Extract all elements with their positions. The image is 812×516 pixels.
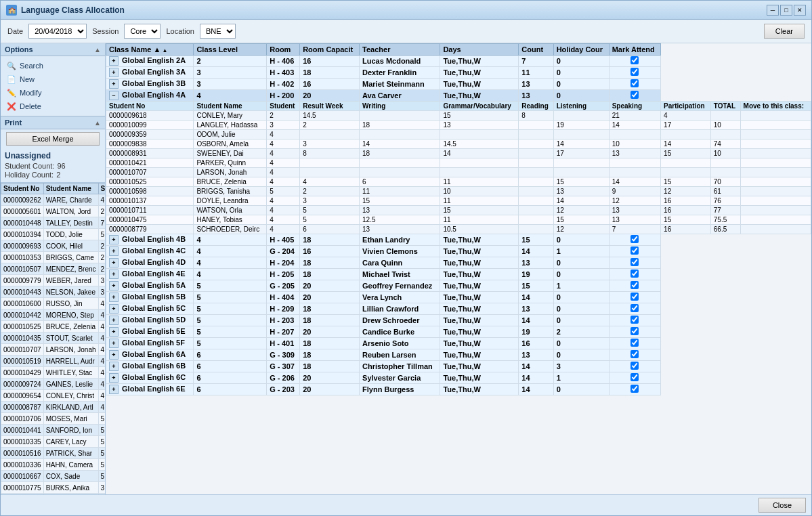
expand-icon[interactable]: + [109, 56, 119, 66]
student-row[interactable]: 0000010516 PATRICK, Shar 5 [1, 448, 106, 459]
student-row[interactable]: 0000010429 WHITLEY, Stac 4 [1, 367, 106, 379]
cell-mark-attend[interactable] [609, 292, 660, 303]
cell-mark-attend[interactable] [609, 384, 660, 395]
cell-mark-attend[interactable] [609, 90, 660, 102]
class-row[interactable]: + Global English 4D 4 H - 204 18 Cara Qu… [106, 257, 811, 269]
cell-mark-attend[interactable] [609, 67, 660, 79]
sub-cell-move[interactable] [740, 196, 811, 206]
class-row[interactable]: + Global English 3B 3 H - 402 16 Mariet … [106, 79, 811, 90]
sub-cell-move[interactable] [740, 168, 811, 177]
cell-mark-attend[interactable] [609, 56, 660, 67]
sub-cell-move[interactable] [740, 215, 811, 225]
class-row[interactable]: + Global English 6B 6 G - 307 18 Christo… [106, 361, 811, 372]
cell-mark-attend[interactable] [609, 79, 660, 90]
student-row[interactable]: 0000010435 STOUT, Scarlet 4 [1, 332, 106, 344]
class-row[interactable]: + Global English 5A 5 G - 205 20 Geoffre… [106, 280, 811, 292]
print-section-header[interactable]: Print ▲ [1, 116, 105, 129]
expand-icon[interactable]: + [109, 281, 119, 291]
cell-mark-attend[interactable] [609, 234, 660, 246]
student-row[interactable]: 0000010667 COX, Sade 5 [1, 471, 106, 482]
expand-icon[interactable]: + [109, 258, 119, 267]
close-button[interactable]: Close [758, 498, 806, 513]
student-row[interactable]: 0000010525 BRUCE, Zelenia 4 [1, 321, 106, 332]
maximize-button[interactable]: □ [780, 5, 792, 16]
student-row[interactable]: 0000010442 MORENO, Step 4 [1, 309, 106, 321]
sub-cell-move[interactable] [740, 158, 811, 168]
class-row[interactable]: + Global English 5E 5 H - 207 20 Candice… [106, 326, 811, 338]
expand-icon[interactable]: + [109, 327, 119, 337]
student-row[interactable]: 0000009724 GAINES, Leslie 4 [1, 379, 106, 390]
student-row[interactable]: 0000010335 CAREY, Lacy 5 [1, 436, 106, 448]
session-select[interactable]: Core [124, 24, 161, 39]
sub-cell-move[interactable] [740, 139, 811, 149]
sub-cell-move[interactable] [740, 121, 811, 130]
class-row[interactable]: + Global English 6A 6 G - 309 18 Reuben … [106, 349, 811, 361]
expand-icon[interactable]: + [109, 316, 119, 325]
search-menu-item[interactable]: 🔍 Search [1, 59, 105, 72]
student-row[interactable]: 0000008787 KIRKLAND, Artl 4 [1, 402, 106, 413]
close-window-button[interactable]: ✕ [794, 5, 806, 16]
student-table-container[interactable]: Student No Student Name Student L Holid … [1, 182, 105, 494]
collapse-icon[interactable]: − [109, 91, 119, 100]
student-row[interactable]: 0000010336 HAHN, Camera 5 [1, 459, 106, 471]
class-row[interactable]: + Global English 4B 4 H - 405 18 Ethan L… [106, 234, 811, 246]
student-row[interactable]: 0000010519 HARRELL, Audr 4 [1, 356, 106, 367]
class-row[interactable]: + Global English 5F 5 H - 401 18 Arsenio… [106, 338, 811, 349]
options-section-header[interactable]: Options ▲ [1, 43, 105, 56]
cell-mark-attend[interactable] [609, 257, 660, 269]
class-row[interactable]: + Global English 5C 5 H - 209 18 Lillian… [106, 303, 811, 315]
class-row[interactable]: + Global English 4C 4 G - 204 16 Vivien … [106, 246, 811, 257]
new-menu-item[interactable]: 📄 New [1, 72, 105, 86]
student-row[interactable]: 0000010443 NELSON, Jakee 3 [1, 286, 106, 298]
expand-icon[interactable]: + [109, 373, 119, 383]
class-table-container[interactable]: Class Name ▲ Class Level Room Room Capac… [106, 43, 811, 494]
expand-icon[interactable]: + [109, 385, 119, 394]
student-row[interactable]: 0000010775 BURKS, Anika 3 [1, 482, 106, 494]
sub-cell-move[interactable] [740, 187, 811, 196]
class-row[interactable]: + Global English 6C 6 G - 206 20 Sylvest… [106, 372, 811, 384]
student-row[interactable]: 0000010448 TALLEY, Destin 7 [1, 217, 106, 229]
clear-button[interactable]: Clear [764, 24, 805, 39]
student-row[interactable]: 0000009262 WARE, Charde 4 [1, 194, 106, 206]
student-row[interactable]: 0000009693 COOK, Hilel 2 [1, 240, 106, 252]
student-row[interactable]: 0000010707 LARSON, Jonah 4 [1, 344, 106, 356]
class-row[interactable]: − Global English 4A 4 H - 200 20 Ava Car… [106, 90, 811, 102]
location-select[interactable]: BNE [200, 24, 236, 39]
expand-icon[interactable]: + [109, 235, 119, 244]
cell-mark-attend[interactable] [609, 338, 660, 349]
cell-mark-attend[interactable] [609, 280, 660, 292]
class-row[interactable]: + Global English 2A 2 H - 406 16 Lucas M… [106, 56, 811, 67]
sub-cell-move[interactable] [740, 149, 811, 158]
cell-mark-attend[interactable] [609, 269, 660, 280]
student-row[interactable]: 0000010394 TODD, Jolie 5 [1, 229, 106, 240]
expand-icon[interactable]: + [109, 79, 119, 89]
expand-icon[interactable]: + [109, 68, 119, 77]
cell-mark-attend[interactable] [609, 246, 660, 257]
cell-mark-attend[interactable] [609, 349, 660, 361]
student-row[interactable]: 0000010507 MENDEZ, Brenc 2 [1, 263, 106, 275]
expand-icon[interactable]: + [109, 246, 119, 256]
cell-mark-attend[interactable] [609, 303, 660, 315]
student-row[interactable]: 0000009779 WEBER, Jared 3 [1, 275, 106, 286]
class-row[interactable]: + Global English 5D 5 H - 203 18 Drew Sc… [106, 315, 811, 326]
sub-cell-move[interactable] [740, 111, 811, 121]
sub-cell-move[interactable] [740, 206, 811, 215]
class-row[interactable]: + Global English 5B 5 H - 404 20 Vera Ly… [106, 292, 811, 303]
student-row[interactable]: 0000010706 MOSES, Mari 5 [1, 413, 106, 425]
sub-cell-move[interactable] [740, 130, 811, 139]
cell-mark-attend[interactable] [609, 326, 660, 338]
cell-mark-attend[interactable] [609, 315, 660, 326]
delete-menu-item[interactable]: ❌ Delete [1, 100, 105, 113]
modify-menu-item[interactable]: ✏️ Modify [1, 86, 105, 100]
minimize-button[interactable]: ─ [767, 5, 779, 16]
expand-icon[interactable]: + [109, 304, 119, 314]
expand-icon[interactable]: + [109, 293, 119, 302]
student-row[interactable]: 0000010600 RUSSO, Jin 4 [1, 298, 106, 309]
student-row[interactable]: 0000009654 CONLEY, Christ 4 [1, 390, 106, 402]
excel-merge-button[interactable]: Excel Merge [6, 132, 100, 146]
sub-cell-move[interactable] [740, 177, 811, 187]
expand-icon[interactable]: + [109, 362, 119, 371]
student-row[interactable]: 0000010441 SANFORD, Ion 5 [1, 425, 106, 436]
expand-icon[interactable]: + [109, 270, 119, 279]
class-row[interactable]: + Global English 6E 6 G - 203 20 Flynn B… [106, 384, 811, 395]
